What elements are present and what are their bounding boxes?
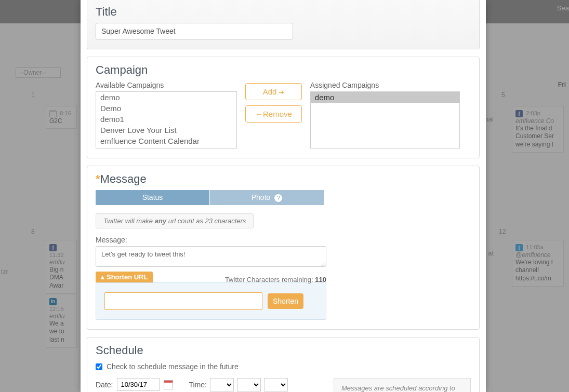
available-option[interactable]: Denver Love Your List bbox=[96, 125, 236, 136]
compose-modal: Title Campaign Available Campaigns demoD… bbox=[81, 0, 486, 392]
available-option[interactable]: Demo bbox=[96, 103, 236, 114]
title-heading: Title bbox=[96, 5, 471, 19]
tab-status[interactable]: Status bbox=[96, 190, 210, 205]
shorten-url-panel: Shorten bbox=[96, 282, 326, 320]
message-label: Message: bbox=[96, 236, 471, 244]
shorten-url-toggle[interactable]: ▴Shorten URL bbox=[96, 272, 153, 282]
campaign-section: Campaign Available Campaigns demoDemodem… bbox=[87, 57, 480, 158]
minute-select[interactable] bbox=[237, 378, 261, 391]
remaining-label: Twitter Characters remaining: bbox=[225, 276, 313, 283]
assigned-label: Assigned Campaigns bbox=[310, 81, 460, 89]
remove-button[interactable]: Remove bbox=[245, 105, 302, 123]
hour-select[interactable] bbox=[210, 378, 234, 391]
tab-photo-label: Photo bbox=[252, 193, 271, 201]
shorten-url-label: Shorten URL bbox=[107, 273, 148, 281]
assigned-option[interactable]: demo bbox=[311, 92, 459, 103]
assigned-campaigns-list[interactable]: demo bbox=[310, 91, 460, 148]
caret-up-icon: ▴ bbox=[101, 273, 104, 281]
tab-photo[interactable]: Photo ? bbox=[210, 190, 324, 205]
schedule-checkbox[interactable] bbox=[96, 363, 102, 370]
schedule-section: Schedule Check to schedule message in th… bbox=[87, 337, 480, 392]
char-remaining: Twitter Characters remaining: 110 bbox=[225, 276, 326, 283]
date-label: Date: bbox=[96, 381, 113, 389]
message-textarea[interactable] bbox=[96, 246, 326, 267]
remaining-value: 110 bbox=[315, 276, 326, 283]
available-campaigns-list[interactable]: demoDemodemo1Denver Love Your Listemflue… bbox=[96, 91, 237, 148]
add-button[interactable]: Add bbox=[245, 83, 302, 100]
date-input[interactable] bbox=[117, 378, 160, 391]
twitter-hint: Twitter will make any url count as 23 ch… bbox=[96, 213, 254, 228]
title-input[interactable] bbox=[96, 23, 293, 39]
shorten-button[interactable]: Shorten bbox=[268, 293, 303, 309]
ampm-select[interactable] bbox=[264, 378, 288, 391]
hint-bold: any bbox=[155, 217, 166, 225]
schedule-checkbox-label[interactable]: Check to schedule message in the future bbox=[107, 362, 239, 371]
shorten-url-input[interactable] bbox=[104, 292, 262, 310]
schedule-heading: Schedule bbox=[96, 344, 471, 357]
message-heading: *Message bbox=[96, 172, 471, 186]
calendar-icon[interactable] bbox=[164, 380, 173, 389]
campaign-heading: Campaign bbox=[96, 63, 471, 77]
available-option[interactable]: demo bbox=[96, 92, 236, 103]
available-option[interactable]: demo1 bbox=[96, 114, 236, 125]
available-option[interactable]: emfluence Content Calendar bbox=[96, 136, 236, 146]
timezone-note: Messages are scheduled according to Cent… bbox=[334, 378, 471, 392]
hint-post: url count as 23 characters bbox=[166, 217, 246, 225]
available-label: Available Campaigns bbox=[96, 81, 237, 89]
message-section: *Message Status Photo ? Twitter will mak… bbox=[87, 166, 480, 330]
title-section: Title bbox=[87, 0, 480, 49]
message-tabs: Status Photo ? bbox=[96, 190, 471, 205]
time-label: Time: bbox=[189, 381, 206, 389]
help-icon[interactable]: ? bbox=[274, 194, 282, 202]
hint-pre: Twitter will make bbox=[103, 217, 155, 225]
